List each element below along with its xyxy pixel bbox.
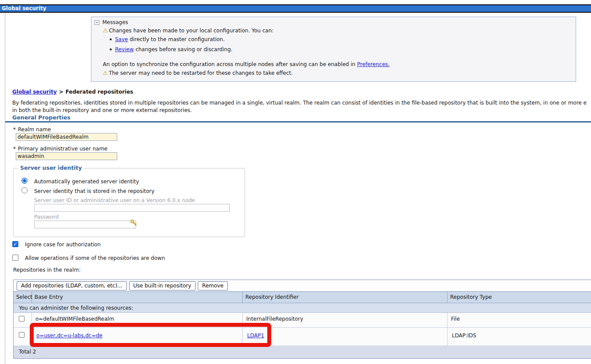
page-title: Global security — [2, 5, 46, 11]
bullet-icon — [110, 49, 112, 50]
realm-name-label: *Realm name — [13, 126, 51, 133]
add-repositories-button[interactable]: Add repositories (LDAP, custom, etc)... — [17, 281, 127, 290]
column-header-repository-identifier: Repository Identifier — [243, 292, 448, 303]
column-header-base-entry: Base Entry — [32, 292, 243, 303]
password-label: Password — [34, 214, 59, 220]
use-builtin-repository-button[interactable]: Use built-in repository — [129, 281, 196, 290]
row-checkbox[interactable] — [19, 316, 24, 322]
repository-identifier-link[interactable]: LDAP1 — [247, 332, 264, 339]
breadcrumb: Global security>Federated repositories — [12, 89, 133, 95]
page-description-line2: in both the built-in repository and one … — [12, 107, 192, 113]
admin-user-label: *Primary administrative user name — [13, 146, 108, 152]
admin-console-page: Global security Messages ⚠Changes have b… — [0, 0, 591, 364]
collapse-icon[interactable] — [94, 20, 99, 25]
preferences-link[interactable]: Preferences. — [357, 61, 389, 67]
sync-option-note: An option to synchronize the configurati… — [103, 61, 390, 67]
page-title-bar: Global security — [0, 4, 591, 13]
realm-name-input[interactable] — [16, 133, 117, 141]
repositories-table: Add repositories (LDAP, custom, etc)... … — [13, 280, 591, 359]
section-rule — [5, 121, 591, 122]
general-properties-heading: General Properties — [12, 114, 70, 121]
table-total-row: Total 2 — [14, 346, 591, 358]
total-count: Total 2 — [19, 349, 36, 358]
server-user-id-label: Server user ID or administrative user on… — [34, 197, 195, 203]
checkbox-ignore-case[interactable] — [12, 241, 18, 247]
page-description-line1: By federating repositories, identities s… — [12, 100, 587, 106]
radio-auto-label: Automatically generated server identity — [34, 178, 139, 185]
admin-user-input[interactable] — [16, 152, 117, 160]
radio-auto-server-identity[interactable] — [21, 178, 28, 184]
breadcrumb-link-global-security[interactable]: Global security — [12, 89, 57, 95]
breadcrumb-separator: > — [59, 89, 63, 95]
table-header-row: Select Base Entry Repository Identifier … — [14, 292, 591, 303]
save-bullet: Save directly to the master configuratio… — [110, 36, 225, 42]
server-user-identity-group: Server user identity Automatically gener… — [13, 168, 245, 237]
password-input[interactable] — [34, 220, 136, 228]
bullet-icon — [110, 38, 112, 40]
server-user-id-input[interactable] — [34, 204, 230, 212]
repository-type-cell: LDAP:IDS — [448, 328, 591, 346]
table-toolbar: Add repositories (LDAP, custom, etc)... … — [14, 280, 591, 292]
save-link[interactable]: Save — [115, 36, 128, 42]
warning-icon: ⚠ — [103, 70, 108, 76]
breadcrumb-current: Federated repositories — [66, 89, 133, 95]
ignore-case-label: Ignore case for authorization — [25, 242, 101, 248]
restart-warning: ⚠The server may need to be restarted for… — [103, 70, 293, 76]
review-link[interactable]: Review — [115, 46, 134, 52]
repository-type-cell: File — [448, 313, 591, 327]
repositories-caption: Repositories in the realm: — [13, 267, 80, 273]
base-entry-link[interactable]: o=user,dc=u-labs,dc=de — [36, 332, 102, 339]
base-entry-cell: o=defaultWIMFileBasedRealm — [32, 313, 243, 327]
messages-header: Messages — [102, 19, 128, 25]
remove-button[interactable]: Remove — [198, 281, 228, 290]
row-checkbox[interactable] — [19, 332, 24, 338]
radio-stored-label: Server identity that is stored in the re… — [34, 188, 154, 194]
required-marker: * — [13, 146, 16, 152]
panel-left-border — [5, 13, 5, 364]
radio-stored-server-identity[interactable] — [21, 187, 28, 193]
warning-icon: ⚠ — [103, 27, 108, 34]
column-header-repository-type: Repository Type — [448, 292, 591, 303]
repository-identifier-cell: InternalFileRepository — [243, 313, 448, 327]
review-bullet: Review changes before saving or discardi… — [110, 46, 232, 52]
checkbox-allow-operations[interactable] — [12, 255, 18, 261]
required-marker: * — [13, 126, 16, 133]
column-header-select: Select — [14, 292, 32, 303]
table-row: o=user,dc=u-labs,dc=de LDAP1 LDAP:IDS — [14, 328, 591, 346]
messages-panel: Messages ⚠Changes have been made to your… — [91, 17, 576, 82]
allow-operations-label: Allow operations if some of the reposito… — [25, 255, 165, 261]
key-icon — [130, 219, 138, 227]
table-row: o=defaultWIMFileBasedRealm InternalFileR… — [14, 313, 591, 328]
table-admin-note-row: You can administer the following resourc… — [14, 303, 591, 313]
server-user-identity-legend: Server user identity — [18, 164, 84, 171]
local-config-warning: ⚠Changes have been made to your local co… — [103, 27, 273, 34]
